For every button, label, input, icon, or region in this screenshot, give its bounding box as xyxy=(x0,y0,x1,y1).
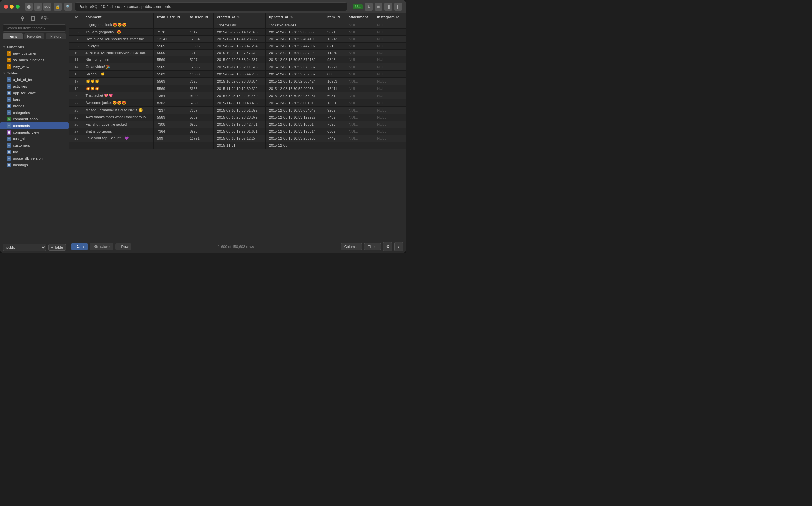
cell-comment[interactable]: Lovely!!! xyxy=(82,43,154,50)
cell-from_user_id[interactable]: 5569 xyxy=(154,57,186,63)
cell-from_user_id[interactable]: 5569 xyxy=(154,78,186,85)
cell-item_id[interactable]: 7482 xyxy=(324,114,345,121)
cell-id[interactable]: 17 xyxy=(69,78,82,85)
table-row[interactable]: 16So cool ! 👏5569105682015-08-28 13:05:4… xyxy=(69,71,406,78)
cell-instagram_id[interactable]: NULL xyxy=(374,135,406,142)
table-row[interactable]: 19💥💥💥556956652015-11-24 10:12:39.3222015… xyxy=(69,85,406,92)
cell-created_at[interactable]: 2015-08-18 19:07:12.27 xyxy=(213,135,265,142)
cell-to_user_id[interactable]: 5589 xyxy=(186,114,214,121)
cell-created_at[interactable]: 2015-10-17 16:52:11.573 xyxy=(213,63,265,71)
tab-data[interactable]: Data xyxy=(72,243,88,250)
cell-to_user_id[interactable]: 7237 xyxy=(186,107,214,114)
table-icon[interactable]: ▦ xyxy=(34,3,42,10)
db-sidebar-icon[interactable]: 🗄 xyxy=(30,16,36,22)
cell-to_user_id[interactable]: 6953 xyxy=(186,121,214,128)
cell-attachment[interactable]: NULL xyxy=(345,99,374,107)
cell-created_at[interactable]: 2015-08-19 19:33:42.431 xyxy=(213,121,265,128)
cell-updated_at[interactable]: 2015-12-08 15:30:53.198314 xyxy=(265,128,324,135)
table-row[interactable]: 22Awesome jacket 😍😍😍830357302015-11-03 1… xyxy=(69,99,406,107)
col-from_user_id[interactable]: from_user_id xyxy=(154,13,186,21)
sidebar-left-icon[interactable]: ▐ xyxy=(384,3,392,10)
cell-to_user_id[interactable]: 12566 xyxy=(186,63,214,71)
cell-to_user_id[interactable]: 8995 xyxy=(186,128,214,135)
db-icon[interactable]: ⬤ xyxy=(25,3,33,10)
filters-button[interactable]: Filters xyxy=(364,243,381,250)
cell-id[interactable]: 20 xyxy=(69,92,82,99)
cell-instagram_id[interactable]: NULL xyxy=(374,43,406,50)
tab-structure[interactable]: Structure xyxy=(90,243,113,250)
sidebar-item-a_lot_of_text[interactable]: ≡ a_lot_of_text xyxy=(0,76,69,83)
cell-item_id[interactable]: 8216 xyxy=(324,43,345,50)
cell-instagram_id[interactable]: NULL xyxy=(374,92,406,99)
cell-comment[interactable]: You are gorgeous !!😍 xyxy=(82,28,154,36)
cell-comment[interactable]: So cool ! 👏 xyxy=(82,71,154,78)
cell-comment[interactable]: Aww thanks that's what I thought to lol … xyxy=(82,114,154,121)
cell-updated_at[interactable]: 2015-12-08 15:30:52.447092 xyxy=(265,43,324,50)
search-input[interactable] xyxy=(3,24,66,31)
cell-id[interactable]: 14 xyxy=(69,63,82,71)
cell-created_at[interactable]: 2015-09-07 22:14:12.826 xyxy=(213,28,265,36)
cell-comment[interactable] xyxy=(82,142,154,149)
sidebar-item-categories[interactable]: ≡ categories xyxy=(0,109,69,116)
sidebar-right-icon[interactable]: ▌ xyxy=(394,3,402,10)
cell-attachment[interactable]: NULL xyxy=(345,28,374,36)
cell-comment[interactable]: Me too Fernanda! It's cute isn't it 😊😩 x xyxy=(82,107,154,114)
cell-item_id[interactable]: 11345 xyxy=(324,50,345,57)
cell-id[interactable]: 23 xyxy=(69,107,82,114)
cell-to_user_id[interactable]: 1317 xyxy=(186,28,214,36)
cell-instagram_id[interactable]: NULL xyxy=(374,28,406,36)
cell-from_user_id[interactable]: 7308 xyxy=(154,121,186,128)
table-row[interactable]: 23Me too Fernanda! It's cute isn't it 😊😩… xyxy=(69,107,406,114)
cell-instagram_id[interactable]: NULL xyxy=(374,128,406,135)
cell-comment[interactable]: That jacket 💖💖 xyxy=(82,92,154,99)
sidebar-item-bars[interactable]: ≡ bars xyxy=(0,96,69,103)
cell-item_id[interactable] xyxy=(324,21,345,28)
cell-updated_at[interactable]: 15:30:52.326349 xyxy=(265,21,324,28)
cell-instagram_id[interactable]: NULL xyxy=(374,50,406,57)
cell-id[interactable] xyxy=(69,142,82,149)
cell-item_id[interactable]: 9262 xyxy=(324,107,345,114)
cell-id[interactable]: 6 xyxy=(69,28,82,36)
cell-created_at[interactable]: 2015-10-06 19:57:47.672 xyxy=(213,50,265,57)
sidebar-item-very_wow[interactable]: f very_wow xyxy=(0,63,69,70)
lock-icon[interactable]: 🔒 xyxy=(54,3,62,10)
cell-instagram_id[interactable]: NULL xyxy=(374,57,406,63)
cell-item_id[interactable]: 13213 xyxy=(324,36,345,43)
table-row[interactable]: 20That jacket 💖💖736499402015-08-05 13:42… xyxy=(69,92,406,99)
search-icon[interactable]: 🔍 xyxy=(64,3,72,10)
table-row[interactable]: 28Love your top! Beautiful 💜599117912015… xyxy=(69,135,406,142)
cell-created_at[interactable]: 2015-08-28 13:05:44.793 xyxy=(213,71,265,78)
cell-item_id[interactable] xyxy=(324,142,345,149)
sidebar-item-hashtags[interactable]: ≡ hashtags xyxy=(0,162,69,168)
cell-comment[interactable]: $2a$10$HZLN88PNuWWi4ZuS91lb8dR98ljt0kblv… xyxy=(82,50,154,57)
cell-to_user_id[interactable]: 11791 xyxy=(186,135,214,142)
cell-updated_at[interactable]: 2015-12-08 xyxy=(265,142,324,149)
col-attachment[interactable]: attachment xyxy=(345,13,374,21)
cell-to_user_id[interactable]: 5027 xyxy=(186,57,214,63)
cell-updated_at[interactable]: 2015-12-08 15:30:52.368555 xyxy=(265,28,324,36)
cell-id[interactable]: 11 xyxy=(69,57,82,63)
cell-from_user_id[interactable]: 7178 xyxy=(154,28,186,36)
cell-instagram_id[interactable]: NULL xyxy=(374,99,406,107)
sql-icon[interactable]: SQL xyxy=(43,3,51,10)
tab-items[interactable]: Items xyxy=(3,33,23,39)
cell-item_id[interactable]: 15411 xyxy=(324,85,345,92)
cell-id[interactable]: 10 xyxy=(69,50,82,57)
cell-comment[interactable]: Nice, very nice xyxy=(82,57,154,63)
cell-from_user_id[interactable]: 7364 xyxy=(154,92,186,99)
cell-to_user_id[interactable]: 7225 xyxy=(186,78,214,85)
cell-created_at[interactable]: 2015-11-24 10:12:39.322 xyxy=(213,85,265,92)
cell-from_user_id[interactable]: 7237 xyxy=(154,107,186,114)
tables-section[interactable]: ▼ Tables xyxy=(0,70,69,76)
col-created_at[interactable]: created_at ⇅ xyxy=(213,13,265,21)
cell-created_at[interactable]: 2015-12-01 12:41:28.722 xyxy=(213,36,265,43)
cell-comment[interactable]: Hey lovely! You should def. enter the Ch… xyxy=(82,36,154,43)
sidebar-item-cust_hist[interactable]: ≡ cust_hist xyxy=(0,136,69,142)
sidebar-item-brands[interactable]: ≡ brands xyxy=(0,103,69,109)
sql-sidebar-icon[interactable]: SQL xyxy=(41,16,48,22)
cell-instagram_id[interactable]: NULL xyxy=(374,63,406,71)
table-row[interactable]: 27skirt is gorgeous736489952015-08-06 19… xyxy=(69,128,406,135)
table-row[interactable]: hi gorgeous look 😍😍😍19:47:41.80115:30:52… xyxy=(69,21,406,28)
cell-item_id[interactable]: 6081 xyxy=(324,92,345,99)
cell-from_user_id[interactable]: 5569 xyxy=(154,43,186,50)
